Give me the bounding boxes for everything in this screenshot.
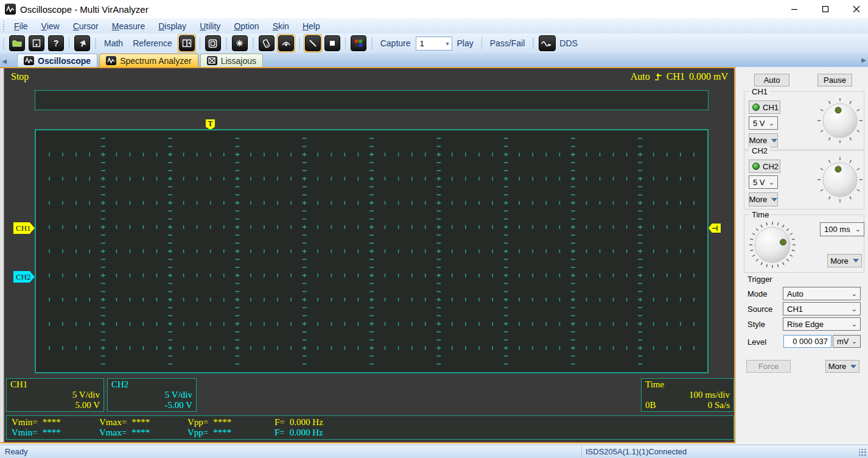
trigger-mode-value: Auto — [783, 289, 852, 298]
status-bar: Ready ISDS205A(1.1)(1)Connected — [0, 445, 868, 458]
chevron-down-icon: ▾ — [446, 40, 452, 47]
save-button[interactable] — [27, 34, 46, 52]
graticule — [36, 130, 707, 372]
toolbar-separator — [481, 37, 482, 49]
dds-button[interactable] — [537, 34, 557, 52]
trigger-style-select[interactable]: Rise Edge ⌄ — [783, 317, 861, 331]
device-button[interactable] — [257, 34, 276, 52]
ch1-enable-button[interactable]: CH1 — [749, 100, 780, 114]
play-button[interactable]: Play — [452, 36, 478, 51]
menu-display[interactable]: Display — [152, 19, 193, 33]
dds-icon — [539, 35, 556, 51]
trigger-mode-select[interactable]: Auto ⌄ — [783, 287, 861, 300]
pane-splitter[interactable] — [0, 68, 4, 442]
menu-file[interactable]: File — [7, 19, 35, 33]
open-button[interactable] — [8, 34, 26, 52]
timebase-select[interactable]: 100 ms ⌄ — [820, 222, 864, 236]
tab-lissajous[interactable]: Lissajous — [200, 54, 263, 67]
ch2-enable-label: CH2 — [763, 162, 779, 171]
math-button[interactable]: Math — [99, 36, 128, 51]
force-trigger-button[interactable]: Force — [746, 360, 791, 373]
line-draw-button[interactable] — [304, 34, 322, 52]
trigger-readout: Auto CH1 0.000 mV — [631, 71, 728, 82]
trigger-level-marker[interactable]: ⊣ — [709, 224, 721, 233]
ch2-scale-select[interactable]: 5 V ⌄ — [749, 175, 778, 189]
trigger-source-select[interactable]: CH1 ⌄ — [783, 302, 861, 315]
resize-grip[interactable] — [859, 449, 867, 457]
save-icon — [29, 35, 44, 51]
pause-button[interactable]: Pause — [817, 74, 852, 86]
trigger-position-marker[interactable]: T — [206, 119, 215, 130]
ch1-position-marker[interactable]: CH1 — [13, 222, 35, 234]
line-icon — [305, 35, 321, 51]
ch2-info-title: CH2 — [111, 379, 192, 390]
trigger-level-unit-select[interactable]: mV ⌄ — [833, 335, 861, 348]
capture-label: Capture — [376, 36, 416, 51]
toolbar: ? Math Reference ✳ Capture 1 ▾ — [0, 33, 868, 54]
ch1-group-label: CH1 — [749, 87, 770, 96]
toolbar-grip — [225, 38, 228, 49]
split-panel-button[interactable] — [178, 34, 196, 52]
time-more-button[interactable]: More — [827, 254, 862, 267]
auto-button[interactable]: Auto — [754, 74, 789, 86]
tab-scroll-left[interactable]: ◀ — [0, 55, 9, 67]
menu-view[interactable]: View — [35, 19, 66, 33]
close-button[interactable] — [842, 0, 868, 18]
trigger-mode-label: Mode — [747, 289, 768, 298]
autoset-button[interactable]: ✳ — [231, 34, 249, 52]
color-grid-button[interactable] — [349, 34, 368, 52]
time-info-title: Time — [645, 379, 730, 390]
chevron-down-icon: ⌄ — [855, 225, 864, 233]
minimize-button[interactable] — [780, 0, 808, 18]
menu-utility[interactable]: Utility — [193, 19, 227, 33]
ch2-position-marker[interactable]: CH2 — [13, 271, 35, 283]
chevron-down-icon: ⌄ — [852, 305, 860, 313]
menu-help[interactable]: Help — [296, 19, 327, 33]
timebase-value: 100 ms — [821, 225, 855, 234]
t-marker-label: T — [208, 119, 212, 130]
vmin-label: Vmin= — [12, 428, 38, 437]
pointer-tool-button[interactable] — [73, 34, 91, 52]
help-button[interactable]: ? — [47, 34, 65, 52]
capture-count-select[interactable]: 1 ▾ — [416, 37, 452, 51]
vmax-label: Vmax= — [99, 417, 127, 427]
ch2-enable-button[interactable]: CH2 — [749, 160, 780, 173]
ch1-scale-select[interactable]: 5 V ⌄ — [749, 116, 778, 130]
toolbar-grip — [94, 38, 97, 49]
trigger-level-input[interactable] — [783, 335, 831, 348]
trigger-mode-readout: Auto — [631, 71, 650, 82]
menu-skin[interactable]: Skin — [266, 19, 296, 33]
toolbar-grip — [532, 38, 534, 49]
capture-count-value: 1 — [416, 39, 446, 48]
dds-label[interactable]: DDS — [558, 36, 583, 51]
fullscreen-button[interactable] — [204, 34, 222, 52]
maximize-button[interactable] — [811, 0, 839, 18]
overview-bar[interactable] — [35, 90, 709, 110]
ch2-more-button[interactable]: More — [749, 192, 778, 206]
menu-option[interactable]: Option — [227, 19, 265, 33]
vpp-label: Vpp= — [187, 417, 208, 427]
toolbar-separator — [200, 37, 200, 49]
tab-spectrum-analyzer[interactable]: Spectrum Analyzer — [99, 54, 198, 67]
ch1-scale-knob[interactable] — [816, 97, 864, 144]
ch1-more-button[interactable]: More — [749, 133, 778, 147]
stop-draw-button[interactable] — [323, 34, 341, 52]
timebase-info-box: Time 100 ms/div 0B 0 Sa/s — [641, 378, 734, 412]
trigger-source-value: CH1 — [783, 305, 852, 314]
tab-oscilloscope[interactable]: Oscilloscope — [17, 54, 97, 67]
reference-button[interactable]: Reference — [128, 36, 177, 51]
menu-measure[interactable]: Measure — [105, 19, 152, 33]
tab-scroll-right[interactable]: ▶ — [859, 53, 868, 67]
freq-label: F= — [275, 428, 285, 437]
vmin-label: Vmin= — [12, 417, 38, 427]
menu-bar: File View Cursor Measure Display Utility… — [0, 18, 868, 33]
ch1-scale-value: 5 V — [749, 119, 769, 128]
timebase-knob[interactable] — [747, 220, 797, 270]
freq-value: 0.000 Hz — [290, 428, 323, 437]
menu-cursor[interactable]: Cursor — [66, 19, 105, 33]
passfail-button[interactable]: Pass/Fail — [485, 36, 530, 51]
ch2-scale-value: 5 V — [749, 178, 769, 187]
trigger-more-button[interactable]: More — [825, 360, 859, 373]
sweep-button[interactable] — [277, 34, 295, 52]
ch2-scale-knob[interactable] — [816, 156, 864, 203]
